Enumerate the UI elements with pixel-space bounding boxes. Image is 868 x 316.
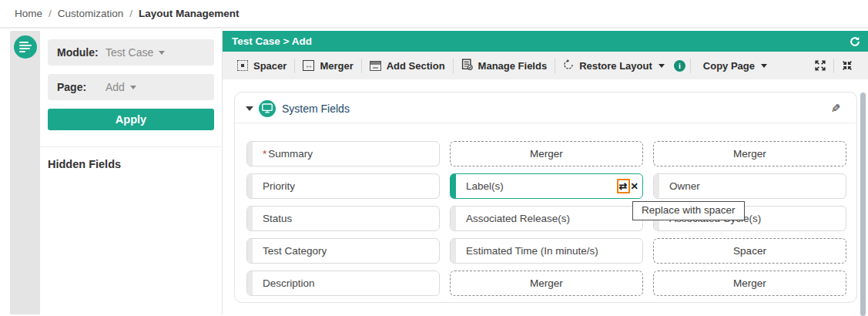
field-labels-selected[interactable]: Label(s) Replace with spacer [450,173,643,199]
merger-cell[interactable]: Merger [653,271,846,296]
restore-layout-button-label: Restore Layout [579,60,652,72]
drag-handle[interactable] [247,174,253,198]
field-associated-releases[interactable]: Associated Release(s) [450,206,643,231]
layout-management-page: Home / Customization / Layout Management… [0,0,868,316]
collapse-all-icon[interactable] [834,59,860,72]
restore-layout-icon [563,59,574,72]
drag-handle[interactable] [247,207,253,230]
edit-section-icon[interactable] [831,102,841,116]
main-panel: Test Case > Add Spacer Merger [223,31,868,314]
merger-button-label: Merger [320,60,353,72]
module-dropdown[interactable]: Module: Test Case [48,39,214,66]
drag-handle[interactable] [451,174,456,198]
toolbar: Spacer Merger Add Section Manage [223,52,868,79]
apply-button[interactable]: Apply [48,109,214,130]
page-value: Add [106,81,125,93]
module-value: Test Case [106,46,153,59]
module-label: Module: [57,46,106,59]
layout-menu-icon[interactable] [14,35,37,59]
refresh-icon[interactable] [850,36,860,47]
layout-content: System Fields *Summary Merger [223,92,868,316]
add-section-icon [370,61,381,71]
chevron-down-icon [159,51,165,58]
breadcrumb-home[interactable]: Home [15,8,42,19]
field-test-category[interactable]: Test Category [246,238,440,264]
sidebar-divider [40,146,222,147]
panel-title: Test Case > Add [232,35,850,47]
expand-all-icon[interactable] [807,59,833,72]
field-description[interactable]: Description [246,271,440,296]
field-estimated-time[interactable]: Estimated Time (In minute/s) [450,238,643,264]
chevron-down-icon [761,64,767,71]
manage-fields-icon [461,59,473,72]
drag-handle[interactable] [451,239,456,263]
breadcrumb: Home / Customization / Layout Management [0,0,868,29]
restore-layout-button[interactable]: Restore Layout [555,56,672,75]
drag-handle[interactable] [247,271,253,295]
breadcrumb-layout-management: Layout Management [139,8,240,19]
add-section-button-label: Add Section [387,60,445,72]
page-dropdown[interactable]: Page: Add [48,74,214,100]
merger-button[interactable]: Merger [295,56,360,75]
chevron-down-icon [130,86,136,92]
monitor-icon [259,100,276,117]
spacer-button-label: Spacer [253,60,287,72]
replace-with-spacer-icon[interactable] [617,179,630,193]
required-asterisk: * [263,148,266,160]
copy-page-button-label: Copy Page [703,60,755,72]
copy-page-button[interactable]: Copy Page [695,56,775,75]
merger-icon [303,60,314,71]
spacer-icon [237,60,248,71]
merger-cell[interactable]: Merger [450,271,643,296]
breadcrumb-separator: / [49,8,52,19]
breadcrumb-separator: / [129,8,132,19]
manage-fields-button[interactable]: Manage Fields [454,56,555,75]
field-priority[interactable]: Priority [246,173,440,199]
field-owner[interactable]: Owner [653,173,846,199]
drag-handle[interactable] [247,239,253,263]
tooltip-replace-with-spacer: Replace with spacer [632,201,745,220]
spacer-cell[interactable]: Spacer [653,238,846,264]
system-fields-section: System Fields *Summary Merger [234,92,857,303]
merger-cell[interactable]: Merger [653,141,846,166]
add-section-button[interactable]: Add Section [362,56,453,75]
fields-grid: *Summary Merger Merger Priority [235,123,856,296]
section-title: System Fields [282,103,350,115]
spacer-button[interactable]: Spacer [230,56,294,75]
info-icon[interactable] [674,60,685,72]
toolbar-divider [690,59,691,73]
field-status[interactable]: Status [246,206,440,231]
collapse-section-icon[interactable] [246,106,253,115]
section-header: System Fields [235,92,856,123]
left-icon-strip [10,31,40,314]
drag-handle[interactable] [654,174,659,198]
hidden-fields-title: Hidden Fields [48,158,214,170]
drag-handle[interactable] [451,207,456,230]
breadcrumb-customization[interactable]: Customization [58,8,124,19]
merger-cell[interactable]: Merger [450,141,643,166]
chevron-down-icon [659,64,665,71]
remove-field-icon[interactable] [631,180,638,192]
drag-handle[interactable] [247,142,253,166]
vertical-scrollbar[interactable] [860,92,866,316]
sidebar: Module: Test Case Page: Add Apply Hidden… [40,31,222,314]
field-summary[interactable]: *Summary [246,141,440,166]
manage-fields-button-label: Manage Fields [478,60,548,72]
panel-header: Test Case > Add [223,31,868,52]
page-label: Page: [57,81,106,93]
